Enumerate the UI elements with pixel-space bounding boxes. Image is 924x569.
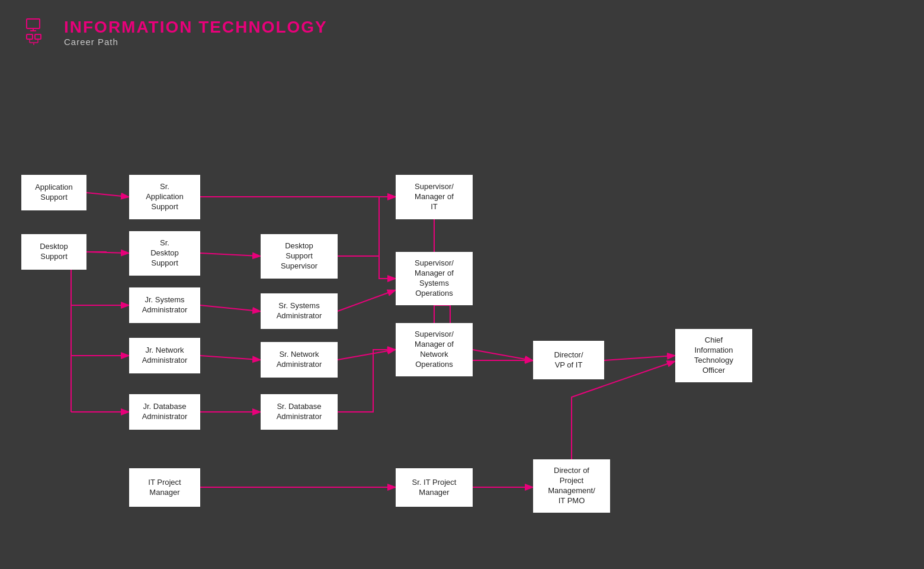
- header-text: INFORMATION TECHNOLOGY Career Path: [64, 18, 328, 47]
- node-sr-systems-admin: Sr. Systems Administrator: [261, 293, 338, 329]
- diagram-area: Application Support Desktop Support Sr. …: [0, 65, 924, 569]
- svg-rect-3: [27, 34, 33, 39]
- node-jr-network-admin: Jr. Network Administrator: [129, 338, 200, 373]
- node-sr-db-admin: Sr. Database Administrator: [261, 394, 338, 430]
- svg-line-21: [338, 350, 394, 360]
- node-sr-desktop-support: Sr. Desktop Support: [129, 231, 200, 276]
- node-director-vp: Director/ VP of IT: [533, 341, 604, 379]
- svg-line-23: [473, 350, 532, 360]
- node-jr-db-admin: Jr. Database Administrator: [129, 394, 200, 430]
- node-sr-it-pm: Sr. IT Project Manager: [396, 468, 473, 507]
- svg-line-9: [86, 193, 128, 197]
- header: INFORMATION TECHNOLOGY Career Path: [0, 0, 924, 59]
- svg-rect-0: [27, 19, 40, 28]
- svg-line-19: [338, 290, 394, 311]
- svg-line-10: [86, 252, 128, 253]
- svg-line-20: [200, 356, 259, 360]
- node-director-pmo: Director of Project Management/ IT PMO: [533, 459, 610, 513]
- it-icon: [24, 18, 53, 47]
- node-supervisor-systems: Supervisor/ Manager of Systems Operation…: [396, 252, 473, 305]
- node-desktop-supervisor: Desktop Support Supervisor: [261, 234, 338, 279]
- header-subtitle: Career Path: [64, 37, 328, 47]
- node-app-support: Application Support: [21, 175, 86, 210]
- header-title: INFORMATION TECHNOLOGY: [64, 18, 328, 37]
- svg-rect-4: [35, 34, 41, 39]
- node-sr-network-admin: Sr. Network Administrator: [261, 342, 338, 378]
- node-supervisor-network: Supervisor/ Manager of Network Operation…: [396, 323, 473, 376]
- node-jr-systems-admin: Jr. Systems Administrator: [129, 287, 200, 323]
- svg-line-24: [604, 356, 674, 360]
- node-desktop-support: Desktop Support: [21, 234, 86, 270]
- node-cito: Chief Information Technology Officer: [675, 329, 752, 382]
- node-sr-app-support: Sr. Application Support: [129, 175, 200, 219]
- node-it-pm: IT Project Manager: [129, 468, 200, 507]
- svg-line-18: [200, 305, 259, 311]
- node-supervisor-it: Supervisor/ Manager of IT: [396, 175, 473, 219]
- svg-line-17: [200, 253, 259, 256]
